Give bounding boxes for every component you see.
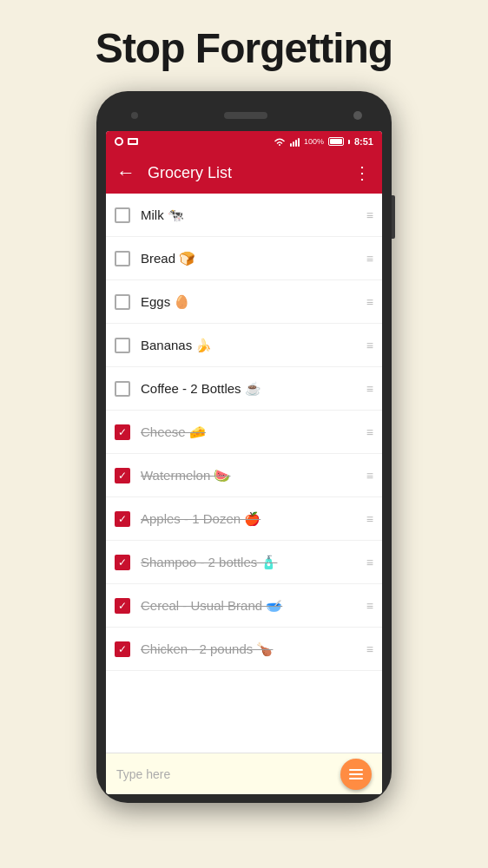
back-button[interactable]: ← [116, 161, 135, 184]
signal-icon [290, 136, 300, 147]
add-item-button[interactable] [340, 759, 372, 790]
list-item: Apples - 1 Dozen 🍎≡ [106, 497, 382, 541]
drag-handle-icon[interactable]: ≡ [366, 599, 373, 613]
status-right-info: 100% 8:51 [274, 136, 373, 147]
list-item: Bread 🍞≡ [106, 237, 382, 280]
notification-icon [115, 137, 123, 146]
item-label: Shampoo - 2 bottles 🧴 [141, 555, 359, 570]
wifi-icon [274, 137, 286, 147]
list-item: Cheese 🧀≡ [106, 411, 382, 454]
list-item: Chicken - 2 pounds 🍗≡ [106, 628, 382, 671]
item-label: Watermelon 🍉 [141, 468, 359, 483]
item-label: Milk 🐄 [141, 207, 359, 223]
item-label: Cheese 🧀 [141, 424, 359, 440]
battery-icon [328, 137, 344, 146]
item-label: Bread 🍞 [141, 251, 359, 266]
list-item: Cereal - Usual Brand 🥣≡ [106, 584, 382, 628]
add-icon [348, 766, 364, 782]
power-button [392, 195, 395, 239]
drag-handle-icon[interactable]: ≡ [366, 642, 373, 656]
item-label: Cereal - Usual Brand 🥣 [141, 598, 359, 614]
drag-handle-icon[interactable]: ≡ [366, 382, 373, 396]
item-checkbox[interactable] [115, 555, 130, 570]
item-checkbox[interactable] [115, 294, 130, 310]
item-checkbox[interactable] [115, 207, 130, 223]
status-left-icons [115, 137, 138, 146]
list-item: Bananas 🍌≡ [106, 324, 382, 367]
grocery-list: Milk 🐄≡Bread 🍞≡Eggs 🥚≡Bananas 🍌≡Coffee -… [106, 194, 382, 753]
drag-handle-icon[interactable]: ≡ [366, 339, 373, 352]
drag-handle-icon[interactable]: ≡ [366, 556, 373, 569]
item-checkbox[interactable] [115, 511, 130, 527]
list-item: Shampoo - 2 bottles 🧴≡ [106, 541, 382, 584]
drag-handle-icon[interactable]: ≡ [366, 208, 373, 222]
phone-screen: 100% 8:51 ← Grocery List ⋮ Milk 🐄≡Bread … [106, 131, 382, 794]
item-checkbox[interactable] [115, 424, 130, 440]
item-label: Apples - 1 Dozen 🍎 [141, 511, 359, 527]
drag-handle-icon[interactable]: ≡ [366, 295, 373, 309]
item-checkbox[interactable] [115, 598, 130, 614]
phone-device: 100% 8:51 ← Grocery List ⋮ Milk 🐄≡Bread … [96, 91, 392, 803]
item-checkbox[interactable] [115, 641, 130, 657]
item-label: Bananas 🍌 [141, 338, 359, 353]
more-options-button[interactable]: ⋮ [353, 162, 372, 183]
drag-handle-icon[interactable]: ≡ [366, 512, 373, 526]
toolbar: ← Grocery List ⋮ [106, 152, 382, 194]
earpiece-speaker [224, 112, 267, 119]
drag-handle-icon[interactable]: ≡ [366, 252, 373, 266]
sim-icon [128, 138, 138, 145]
list-item: Milk 🐄≡ [106, 194, 382, 237]
item-checkbox[interactable] [115, 381, 130, 397]
notification-light [353, 111, 362, 120]
status-time: 8:51 [354, 136, 373, 147]
bottom-input-bar: Type here [106, 753, 382, 794]
battery-percentage: 100% [304, 137, 324, 146]
item-checkbox[interactable] [115, 251, 130, 266]
list-item: Coffee - 2 Bottles ☕≡ [106, 367, 382, 411]
headline: Stop Forgetting [96, 24, 392, 72]
item-label: Coffee - 2 Bottles ☕ [141, 381, 359, 397]
list-item: Watermelon 🍉≡ [106, 454, 382, 497]
toolbar-title: Grocery List [148, 164, 353, 182]
item-checkbox[interactable] [115, 338, 130, 353]
item-label: Eggs 🥚 [141, 294, 359, 310]
list-item: Eggs 🥚≡ [106, 280, 382, 324]
drag-handle-icon[interactable]: ≡ [366, 469, 373, 483]
item-checkbox[interactable] [115, 468, 130, 483]
drag-handle-icon[interactable]: ≡ [366, 425, 373, 439]
status-bar: 100% 8:51 [106, 131, 382, 152]
item-label: Chicken - 2 pounds 🍗 [141, 641, 359, 657]
front-camera [131, 112, 138, 119]
phone-top-bar [105, 100, 383, 131]
input-placeholder[interactable]: Type here [116, 767, 340, 781]
